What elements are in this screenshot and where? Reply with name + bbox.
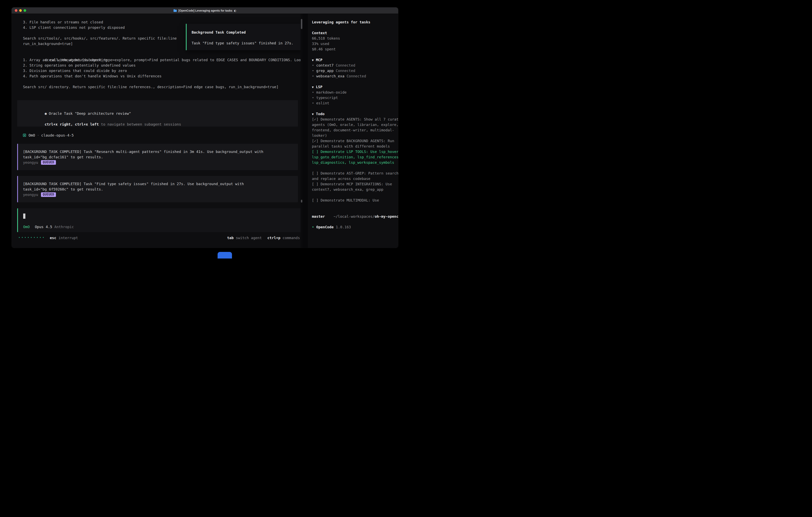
tab-action-label: switch agent	[236, 235, 262, 241]
todo-text: Demonstrate AST-GREP: Pattern search and…	[312, 171, 398, 181]
terminal-window: [OpenCode] Leveraging agents for tasks ◐…	[11, 7, 398, 248]
mcp-item: •grep_appConnected	[312, 68, 398, 73]
mcp-name: context7	[316, 63, 334, 67]
background-task-toast[interactable]: Background Task Completed Task "Find typ…	[186, 24, 303, 50]
task-message-line: task_id="bg_dcfac161" to get results.	[23, 154, 298, 160]
window-titlebar: [OpenCode] Leveraging agents for tasks ◐	[11, 7, 398, 14]
workspace-path: ~/local-workspaces/oh-my-opencode: maste…	[312, 208, 398, 219]
mcp-status: Connected	[336, 69, 355, 73]
tool-call-args: [subagent_type=explore, prompt=Find pote…	[82, 58, 303, 62]
lsp-section-label: LSP	[316, 85, 322, 89]
agent-session-header: OmO · claude-opus-4-5	[23, 133, 303, 138]
app-name: OpenCode	[316, 225, 334, 229]
bullet-icon: •	[312, 63, 314, 67]
hint-keybindings: ctrl+x right, ctrl+x left	[45, 122, 99, 126]
dock-app-icon[interactable]	[218, 252, 232, 258]
terminal-line: Search src/ directory. Return specific f…	[23, 84, 303, 89]
toast-body: Task "Find type safety issues" finished …	[192, 40, 302, 46]
commands-action-label: commands	[283, 235, 300, 241]
mcp-section-header[interactable]: ▼MCP	[312, 57, 398, 62]
commands-key-hint: ctrl+p	[267, 235, 280, 241]
task-message-meta: yeongyu QUEUED	[23, 160, 298, 165]
task-message-meta: yeongyu QUEUED	[23, 192, 298, 197]
chevron-down-icon: ▼	[312, 85, 314, 89]
todo-text: Demonstrate MCP INTEGRATIONS: Use contex…	[312, 182, 392, 192]
agent-model: claude-opus-4-5	[41, 133, 74, 138]
bullet-icon: •	[312, 90, 314, 94]
close-window-button[interactable]	[15, 9, 18, 12]
main-scrollbar[interactable]	[300, 14, 303, 248]
lsp-item: •eslint	[312, 100, 398, 106]
esc-action-label: interrupt	[59, 235, 78, 241]
context-tokens: 66,518 tokens	[312, 35, 398, 41]
prompt-provider-name: Anthropic	[54, 224, 74, 229]
lsp-section-header[interactable]: ▼LSP	[312, 84, 398, 89]
workspace-repo: oh-my-opencode:	[375, 214, 398, 219]
window-title-text: [OpenCode] Leveraging agents for tasks	[178, 9, 232, 12]
oracle-task-title-row: ◉Oracle Task "Deep architecture review"	[23, 105, 298, 111]
lsp-item: •typescript	[312, 95, 398, 100]
scrollbar-thumb[interactable]	[301, 200, 302, 202]
todo-item: [ ]Demonstrate AST-GREP: Pattern search …	[312, 170, 398, 181]
bullet-icon: •	[312, 74, 314, 78]
task-author: yeongyu	[23, 160, 38, 165]
separator-dot: ·	[37, 133, 39, 138]
todo-item: [✓]Demonstrate BACKGROUND AGENTS: Run pa…	[312, 138, 398, 149]
window-title: [OpenCode] Leveraging agents for tasks ◐	[173, 9, 236, 12]
scrollbar-thumb[interactable]	[301, 19, 302, 29]
queue-dots: •••••••••	[19, 235, 46, 241]
todo-checkbox: [✓]	[312, 139, 318, 143]
chevron-down-icon: ▼	[312, 112, 314, 116]
todo-text: Demonstrate AGENTS: Show all 7 curated a…	[312, 117, 398, 138]
task-message-line: [BACKGROUND TASK COMPLETED] Task "Resear…	[23, 149, 298, 154]
prompt-agent-name: OmO	[23, 224, 30, 229]
todo-item: [ ]Demonstrate MULTIMODAL: Use	[312, 197, 398, 203]
folder-icon	[173, 9, 177, 12]
esc-key-hint: esc	[50, 235, 56, 241]
todo-item: [ ]Demonstrate LSP TOOLS: Use lsp_hover,…	[312, 149, 398, 165]
task-message-line: [BACKGROUND TASK COMPLETED] Task "Find t…	[23, 181, 298, 187]
todo-checkbox: [ ]	[312, 149, 318, 154]
bullet-icon: •	[312, 69, 314, 73]
todo-item: [ ]Demonstrate MCP INTEGRATIONS: Use con…	[312, 181, 398, 192]
chevron-down-icon: ▼	[312, 58, 314, 62]
todo-section-header[interactable]: ▼Todo	[312, 111, 398, 116]
todo-checkbox: [ ]	[312, 182, 318, 186]
background-task-message: [BACKGROUND TASK COMPLETED] Task "Find t…	[17, 176, 298, 202]
mcp-item: •context7Connected	[312, 62, 398, 68]
app-version-footer: •OpenCode1.0.163	[312, 224, 398, 230]
agent-square-icon	[23, 134, 26, 137]
minimize-window-button[interactable]	[19, 9, 22, 12]
mcp-section-label: MCP	[316, 58, 322, 62]
prompt-model-info: OmO Opus 4.5 Anthropic	[23, 224, 303, 229]
mcp-name: grep_app	[316, 69, 334, 73]
todo-text: Demonstrate BACKGROUND AGENTS: Run paral…	[312, 139, 394, 148]
pane-divider	[303, 14, 308, 248]
lsp-item: •markdown-oxide	[312, 89, 398, 95]
hint-description: to navigate between subagent sessions	[101, 122, 181, 126]
maximize-window-button[interactable]	[24, 9, 26, 12]
fisheye-icon: ◉	[45, 111, 47, 115]
oracle-task-title: Oracle Task "Deep architecture review"	[49, 111, 131, 115]
mcp-name: websearch_exa	[316, 74, 345, 78]
queued-badge: QUEUED	[41, 192, 56, 197]
todo-checkbox: [ ]	[312, 171, 318, 175]
todo-checkbox: [ ]	[312, 198, 318, 202]
workspace-path-prefix: ~/local-workspaces/	[334, 214, 375, 219]
background-task-message: [BACKGROUND TASK COMPLETED] Task "Resear…	[17, 144, 298, 170]
todo-text: Demonstrate LSP TOOLS: Use lsp_hover, ls…	[312, 149, 398, 165]
todo-text: Demonstrate MULTIMODAL: Use	[321, 198, 379, 202]
terminal-line	[23, 79, 303, 84]
todo-item: [✓]Demonstrate AGENTS: Show all 7 curate…	[312, 116, 398, 138]
lsp-name: typescript	[316, 96, 338, 100]
context-spent: $0.46 spent	[312, 46, 398, 52]
oracle-task-hint-row: ctrl+x right, ctrl+x leftto navigate bet…	[23, 116, 298, 121]
prompt-input[interactable]: OmO Opus 4.5 Anthropic	[17, 208, 303, 232]
status-bar: ••••••••• esc interrupt tab switch agent…	[19, 235, 300, 241]
mcp-status: Connected	[336, 63, 355, 67]
todo-checkbox: [✓]	[312, 117, 318, 121]
bullet-icon: •	[312, 101, 314, 105]
oracle-task-panel: ◉Oracle Task "Deep architecture review" …	[17, 100, 298, 127]
todo-section-label: Todo	[316, 112, 324, 116]
mcp-status: Connected	[347, 74, 366, 78]
